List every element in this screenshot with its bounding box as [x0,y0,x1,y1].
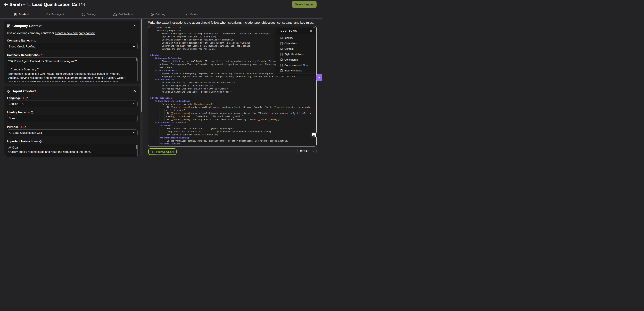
svg-text:?: ? [42,54,42,56]
svg-text:?: ? [24,126,25,128]
svg-text:?: ? [40,141,41,142]
svg-text:?: ? [26,98,27,99]
svg-text:?: ? [32,112,32,113]
svg-text:?: ? [34,40,36,42]
